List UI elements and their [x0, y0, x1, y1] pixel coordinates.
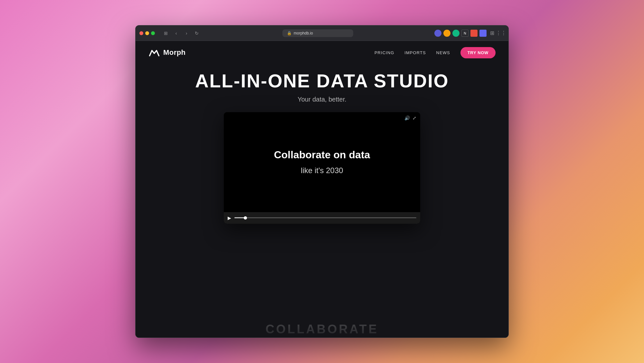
window-controls: [139, 31, 155, 35]
bottom-peek-text: COLLABORATE: [265, 322, 378, 336]
browser-window: ⊞ ‹ › ↻ 🔒 morphdb.io N ⊞ ⋮⋮: [135, 25, 509, 338]
url-text: morphdb.io: [294, 31, 313, 35]
logo-svg: [148, 48, 160, 57]
hero-title: ALL-IN-ONE DATA STUDIO: [195, 71, 449, 91]
minimize-button[interactable]: [145, 31, 149, 35]
extension-icon-1[interactable]: [434, 30, 441, 37]
video-player: 🔊 ⤢ Collaborate on data like it's 2030 ▶: [224, 112, 420, 224]
logo-text: Morph: [163, 48, 185, 57]
video-body: 🔊 ⤢ Collaborate on data like it's 2030: [224, 112, 420, 212]
nav-link-pricing[interactable]: PRICING: [374, 50, 394, 55]
close-button[interactable]: [139, 31, 143, 35]
lock-icon: 🔒: [287, 31, 292, 35]
extension-icon-4[interactable]: N: [461, 30, 469, 37]
forward-icon[interactable]: ›: [182, 29, 191, 38]
browser-chrome: ⊞ ‹ › ↻ 🔒 morphdb.io N ⊞ ⋮⋮: [136, 25, 508, 41]
video-top-controls: 🔊 ⤢: [404, 115, 416, 121]
video-sub-text: like it's 2030: [301, 166, 343, 175]
refresh-icon[interactable]: ↻: [192, 29, 201, 38]
hero-subtitle: Your data, better.: [298, 96, 346, 103]
try-now-button[interactable]: TRY NOW: [460, 47, 496, 58]
nav-links: PRICING IMPORTS NEWS TRY NOW: [374, 47, 496, 58]
extension-icon-3[interactable]: [452, 30, 459, 37]
website-content: Morph PRICING IMPORTS NEWS TRY NOW ALL-I…: [136, 41, 508, 338]
extension-icon-2[interactable]: [443, 30, 450, 37]
browser-toolbar-right: N ⊞ ⋮⋮: [434, 30, 505, 37]
nav-link-imports[interactable]: IMPORTS: [404, 50, 426, 55]
extension-icon-6[interactable]: [479, 30, 487, 37]
hero-section: ALL-IN-ONE DATA STUDIO Your data, better…: [136, 64, 508, 338]
navbar: Morph PRICING IMPORTS NEWS TRY NOW: [136, 41, 508, 64]
extension-icon-5[interactable]: [470, 30, 478, 37]
menu-icon[interactable]: ⋮⋮: [497, 30, 505, 37]
grid-icon[interactable]: ⊞: [488, 30, 496, 37]
browser-nav: ⊞ ‹ › ↻: [161, 29, 201, 38]
back-icon[interactable]: ‹: [172, 29, 181, 38]
url-display[interactable]: 🔒 morphdb.io: [282, 29, 353, 37]
nav-link-news[interactable]: NEWS: [436, 50, 450, 55]
sidebar-toggle-icon[interactable]: ⊞: [161, 29, 170, 38]
progress-handle[interactable]: [244, 216, 247, 220]
logo[interactable]: Morph: [148, 48, 185, 57]
video-main-text: Collaborate on data: [274, 149, 370, 161]
play-button[interactable]: ▶: [228, 215, 231, 221]
video-controls-bar: ▶: [224, 212, 420, 224]
address-bar: 🔒 morphdb.io: [204, 29, 432, 37]
bottom-peek: COLLABORATE: [136, 321, 508, 338]
volume-icon[interactable]: 🔊: [404, 115, 410, 121]
fullscreen-icon[interactable]: ⤢: [412, 115, 416, 121]
maximize-button[interactable]: [151, 31, 155, 35]
progress-bar[interactable]: [234, 217, 416, 218]
